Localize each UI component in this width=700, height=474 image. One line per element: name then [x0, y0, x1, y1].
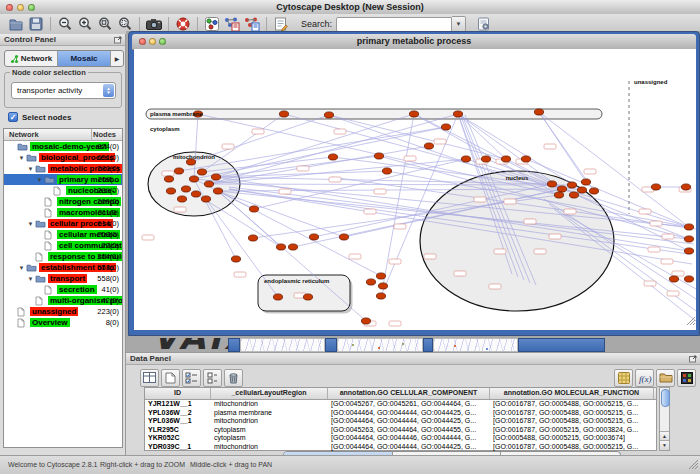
network-node[interactable]	[557, 186, 566, 192]
network-node[interactable]	[177, 196, 186, 202]
tree-row-establishment-of-lo[interactable]: ▼establishment of lo558(0)	[4, 262, 122, 273]
disclosure-triangle-icon[interactable]: ▼	[35, 177, 44, 183]
network-node[interactable]	[534, 109, 543, 115]
network-node[interactable]	[174, 168, 183, 174]
network-node[interactable]	[189, 176, 198, 182]
tree-row-cellular-metabo[interactable]: cellular metabo209(0)	[4, 229, 122, 240]
scroll-down-arrow[interactable]: ▼	[660, 440, 669, 450]
network-node[interactable]	[211, 174, 220, 180]
network-node[interactable]	[328, 154, 337, 160]
network-node[interactable]	[589, 188, 598, 194]
network-node[interactable]	[249, 206, 258, 212]
network-node[interactable]	[248, 235, 257, 241]
table-row-YPL036W__1[interactable]: YPL036W__1mitochondrion[GO:0044464, GO:0…	[145, 417, 656, 426]
column-header-region[interactable]: _cellularLayoutRegion	[211, 388, 328, 399]
network-node[interactable]	[554, 192, 563, 198]
tree-column-nodes[interactable]: Nodes	[93, 129, 116, 140]
tree-column-network[interactable]: Network	[9, 129, 39, 140]
import-attributes-icon[interactable]	[656, 369, 675, 387]
tree-row-biological-process[interactable]: ▼biological_process651(0)	[4, 152, 122, 163]
delete-attribute-icon[interactable]	[224, 369, 243, 387]
matrix-view-icon[interactable]	[614, 369, 633, 387]
network-node[interactable]	[684, 248, 693, 254]
column-header-cellular[interactable]: annotation.GO CELLULAR_COMPONENT	[328, 388, 490, 399]
network-node[interactable]	[276, 244, 285, 250]
table-row-YKR052C[interactable]: YKR052Ccytoplasm[GO:0044464, GO:0044446,…	[145, 434, 656, 443]
float-panel-icon[interactable]	[689, 355, 697, 367]
network-canvas[interactable]: plasma membranecytoplasmmitochondrionnuc…	[134, 49, 696, 330]
network-node[interactable]	[501, 156, 510, 162]
heatmap-view-icon[interactable]	[677, 369, 696, 387]
network-node[interactable]	[366, 279, 375, 285]
tree-row-response-to-stimulu[interactable]: response to stimulu264(0)	[4, 251, 122, 262]
zoom-out-icon[interactable]	[55, 15, 75, 33]
network-node[interactable]	[303, 294, 312, 300]
node-color-dropdown[interactable]: transporter activity ▲▼	[11, 82, 116, 99]
network-node[interactable]	[376, 293, 385, 299]
select-attributes-icon[interactable]	[182, 369, 201, 387]
network-node[interactable]	[166, 188, 175, 194]
scrollbar-thumb[interactable]	[661, 389, 670, 407]
save-icon[interactable]	[26, 15, 46, 33]
table-row-YPL036W__2[interactable]: YPL036W__2plasma membrane[GO:0044464, GO…	[145, 409, 656, 418]
network-node[interactable]	[547, 181, 556, 187]
network-node[interactable]	[409, 111, 418, 117]
tree-row-transport[interactable]: ▼transport558(0)	[4, 273, 122, 284]
tree-row-unassigned[interactable]: unassigned223(0)	[4, 306, 122, 317]
tree-row-cell-communicat[interactable]: cell communicat22(0)	[4, 240, 122, 251]
network-node[interactable]	[577, 187, 586, 193]
disclosure-triangle-icon[interactable]: ▼	[26, 221, 35, 227]
network-node[interactable]	[374, 153, 383, 159]
network-node[interactable]	[382, 168, 391, 174]
network-node[interactable]	[197, 169, 206, 175]
network-node[interactable]	[288, 244, 297, 250]
tree-row-multi-organism-pro[interactable]: multi-organism pro42(0)	[4, 295, 122, 306]
network-node[interactable]	[581, 179, 590, 185]
zoom-in-icon[interactable]	[75, 15, 95, 33]
network-node[interactable]	[164, 176, 173, 182]
network-node[interactable]	[376, 273, 385, 279]
network-node[interactable]	[309, 234, 318, 240]
network-node[interactable]	[204, 181, 213, 187]
resize-grip[interactable]	[685, 311, 695, 329]
table-scrollbar[interactable]: ▲ ▼	[659, 387, 670, 451]
network-node[interactable]	[201, 196, 210, 202]
network-node[interactable]	[681, 184, 690, 190]
network-window-titlebar[interactable]: primary metabolic process	[132, 34, 696, 50]
network-node[interactable]	[279, 111, 288, 117]
column-header-id[interactable]: ID	[145, 388, 211, 399]
network-node[interactable]	[181, 186, 190, 192]
network-node[interactable]	[324, 112, 333, 118]
open-icon[interactable]	[6, 15, 26, 33]
tree-row-metabolic-process[interactable]: ▼metabolic process280(0)	[4, 163, 122, 174]
network-node[interactable]	[213, 188, 222, 194]
network-node[interactable]	[453, 111, 462, 117]
tree-row-macromolecule[interactable]: macromolecule311(0)	[4, 207, 122, 218]
network-node[interactable]	[521, 156, 530, 162]
network-node[interactable]	[424, 143, 433, 149]
tab-network[interactable]: Network	[5, 51, 58, 66]
tree-row-secretion[interactable]: secretion41(0)	[4, 284, 122, 295]
disclosure-triangle-icon[interactable]: ▼	[26, 276, 35, 282]
disclosure-triangle-icon[interactable]: ▼	[26, 166, 35, 172]
select-nodes-checkbox[interactable]: ✓	[8, 112, 18, 122]
disclosure-triangle-icon[interactable]: ▼	[17, 155, 26, 161]
tree-row-nucleobase-[interactable]: nucleobase-209(0)	[4, 185, 122, 196]
tree-row-overview[interactable]: Overview8(0)	[4, 317, 122, 328]
unselect-attributes-icon[interactable]	[203, 369, 222, 387]
disclosure-triangle-icon[interactable]: ▼	[17, 265, 26, 271]
network-node[interactable]	[481, 156, 490, 162]
column-header-molecular[interactable]: annotation.GO MOLECULAR_FUNCTION	[490, 388, 654, 399]
resize-grip[interactable]	[687, 455, 698, 473]
network-node[interactable]	[378, 283, 387, 289]
tree-row-nitrogen-compo[interactable]: nitrogen compo209(0)	[4, 196, 122, 207]
network-node[interactable]	[339, 234, 348, 240]
tree-row-primary-metabo[interactable]: ▼primary metabo209(...	[4, 174, 122, 185]
new-attribute-icon[interactable]	[161, 369, 180, 387]
formula-builder-icon[interactable]: f(x)	[635, 369, 654, 387]
search-input[interactable]	[336, 17, 452, 32]
network-node[interactable]	[273, 294, 282, 300]
tabs-overflow-arrow[interactable]: ▶	[111, 51, 123, 66]
network-node[interactable]	[684, 276, 693, 282]
network-node[interactable]	[361, 318, 370, 324]
